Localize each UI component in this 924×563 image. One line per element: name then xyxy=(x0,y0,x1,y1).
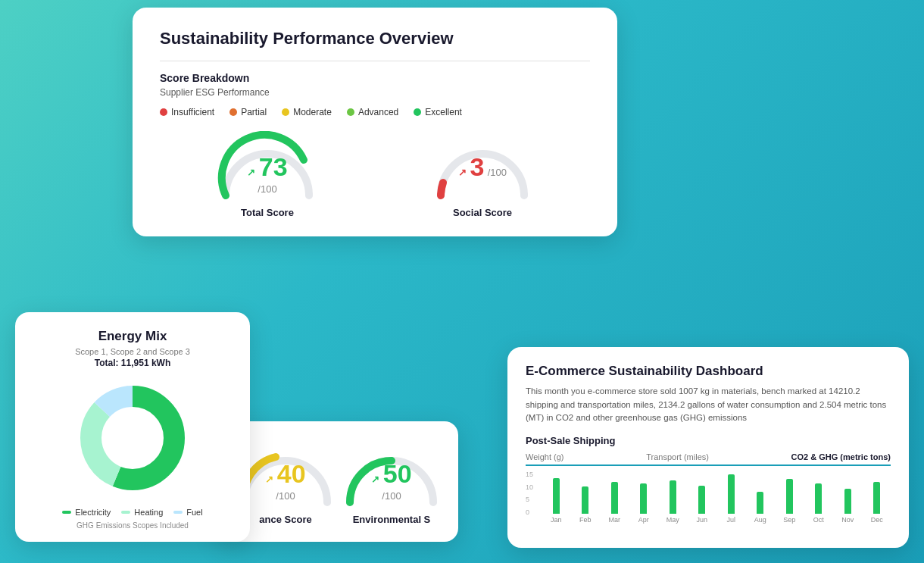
bar-label-nov: Nov xyxy=(841,516,854,524)
bar-label-may: May xyxy=(666,516,679,524)
energy-subtitle: Scope 1, Scope 2 and Scope 3 xyxy=(32,347,233,356)
bar-month-mar: Mar xyxy=(601,482,629,524)
sustainability-card: Sustainability Performance Overview Scor… xyxy=(133,8,617,236)
fuel-legend: Fuel xyxy=(173,508,202,517)
total-score-label: Total Score xyxy=(241,207,294,218)
environmental-denom: /100 xyxy=(382,490,401,502)
bar-chart-inner: JanFebMarAprMayJunJulAugSepOctNovDec xyxy=(526,471,891,524)
energy-mix-card: Energy Mix Scope 1, Scope 2 and Scope 3 … xyxy=(15,312,250,542)
gauges-row-2: ↗ 40 /100 ance Score ↗ 50 /100 xyxy=(233,438,442,525)
post-sale-title: Post-Sale Shipping xyxy=(526,435,891,446)
bar-label-apr: Apr xyxy=(638,516,649,524)
governance-value-container: ↗ 40 /100 xyxy=(259,459,312,502)
bar-mar xyxy=(611,482,618,514)
advanced-label: Advanced xyxy=(358,107,398,117)
legend-row: Insufficient Partial Moderate Advanced E… xyxy=(160,107,590,117)
bar-label-jul: Jul xyxy=(726,516,735,524)
excellent-label: Excellent xyxy=(425,107,462,117)
bar-label-jun: Jun xyxy=(696,516,707,524)
svg-point-3 xyxy=(104,409,161,467)
bar-label-feb: Feb xyxy=(579,516,592,524)
bar-label-aug: Aug xyxy=(754,516,766,524)
bar-label-sep: Sep xyxy=(783,516,795,524)
environmental-number: 50 xyxy=(383,459,412,488)
col-weight: Weight (g) xyxy=(526,452,564,461)
legend-moderate: Moderate xyxy=(282,107,332,117)
bar-sep xyxy=(786,479,793,514)
heating-legend: Heating xyxy=(121,508,163,517)
donut-svg xyxy=(72,377,193,499)
governance-denom: /100 xyxy=(276,490,295,502)
heating-dot xyxy=(121,511,130,514)
total-score-denom: /100 xyxy=(258,183,276,195)
bar-jun xyxy=(698,486,705,514)
bar-aug xyxy=(757,492,763,514)
bar-jul xyxy=(728,474,735,514)
bar-month-oct: Oct xyxy=(805,483,833,524)
environmental-value-container: ↗ 50 /100 xyxy=(365,459,418,502)
col-co2: CO2 & GHG (metric tons) xyxy=(791,452,891,461)
bar-month-feb: Feb xyxy=(572,486,600,524)
bar-nov xyxy=(844,489,851,514)
bar-label-dec: Dec xyxy=(871,516,883,524)
electricity-legend: Electricity xyxy=(62,508,111,517)
bar-label-oct: Oct xyxy=(813,516,824,524)
moderate-label: Moderate xyxy=(293,107,332,117)
ecommerce-card: E-Commerce Sustainability Dashboard This… xyxy=(507,347,909,548)
environmental-score-wrapper: ↗ 50 /100 xyxy=(339,438,445,509)
bar-feb xyxy=(582,486,588,514)
gauges-row-1: ↗ 73 /100 Total Score ↗ 3 /100 xyxy=(160,131,590,218)
energy-donut-chart xyxy=(72,377,193,499)
bar-month-nov: Nov xyxy=(834,489,862,524)
environmental-score-gauge: ↗ 50 /100 Environmental S xyxy=(339,438,445,525)
ecommerce-description: This month you e-commerce store sold 100… xyxy=(526,385,891,424)
insufficient-dot xyxy=(160,108,167,116)
middle-scores-card: ↗ 40 /100 ance Score ↗ 50 /100 xyxy=(216,421,458,542)
total-score-number: 73 xyxy=(259,152,288,181)
governance-arrow: ↗ xyxy=(265,474,273,485)
score-breakdown-title: Score Breakdown xyxy=(160,72,590,84)
energy-total: Total: 11,951 kWh xyxy=(32,358,233,368)
electricity-dot xyxy=(62,511,71,514)
bar-month-sep: Sep xyxy=(776,479,804,524)
bar-oct xyxy=(815,483,822,514)
partial-label: Partial xyxy=(241,107,267,117)
bar-month-aug: Aug xyxy=(747,492,775,524)
bar-label-jan: Jan xyxy=(551,516,562,524)
bar-month-apr: Apr xyxy=(630,483,658,524)
heating-label: Heating xyxy=(134,508,163,517)
electricity-label: Electricity xyxy=(75,508,111,517)
bar-label-mar: Mar xyxy=(609,516,621,524)
col-transport: Transport (miles) xyxy=(646,452,709,461)
social-score-value-container: ↗ 3 /100 xyxy=(458,152,507,182)
social-score-wrapper: ↗ 3 /100 xyxy=(429,131,535,202)
fuel-label: Fuel xyxy=(186,508,202,517)
bar-month-jul: Jul xyxy=(717,474,745,524)
total-score-wrapper: ↗ 73 /100 xyxy=(214,131,320,202)
ecommerce-title: E-Commerce Sustainability Dashboard xyxy=(526,364,891,379)
bar-apr xyxy=(640,483,647,514)
bar-jan xyxy=(553,478,560,514)
fuel-dot xyxy=(173,511,183,514)
excellent-dot xyxy=(414,108,421,116)
partial-dot xyxy=(229,108,237,116)
bar-month-may: May xyxy=(659,480,687,524)
advanced-dot xyxy=(347,108,354,116)
total-score-arrow: ↗ xyxy=(247,167,255,178)
ghg-note: GHG Emissions Scopes Included xyxy=(32,521,233,530)
social-score-label: Social Score xyxy=(453,207,512,218)
legend-excellent: Excellent xyxy=(414,107,462,117)
social-score-denom: /100 xyxy=(488,167,507,178)
supplier-esg-label: Supplier ESG Performance xyxy=(160,87,590,98)
bar-may xyxy=(670,480,676,514)
social-score-gauge: ↗ 3 /100 Social Score xyxy=(429,131,535,218)
bar-month-jun: Jun xyxy=(688,486,716,524)
legend-insufficient: Insufficient xyxy=(160,107,214,117)
total-score-gauge: ↗ 73 /100 Total Score xyxy=(214,131,320,218)
table-header: Weight (g) Transport (miles) CO2 & GHG (… xyxy=(526,452,891,466)
energy-legend: Electricity Heating Fuel xyxy=(32,508,233,517)
governance-number: 40 xyxy=(277,459,306,488)
energy-mix-title: Energy Mix xyxy=(32,329,233,344)
bar-month-jan: Jan xyxy=(542,478,570,524)
bar-chart: 151050 JanFebMarAprMayJunJulAugSepOctNov… xyxy=(526,471,891,531)
